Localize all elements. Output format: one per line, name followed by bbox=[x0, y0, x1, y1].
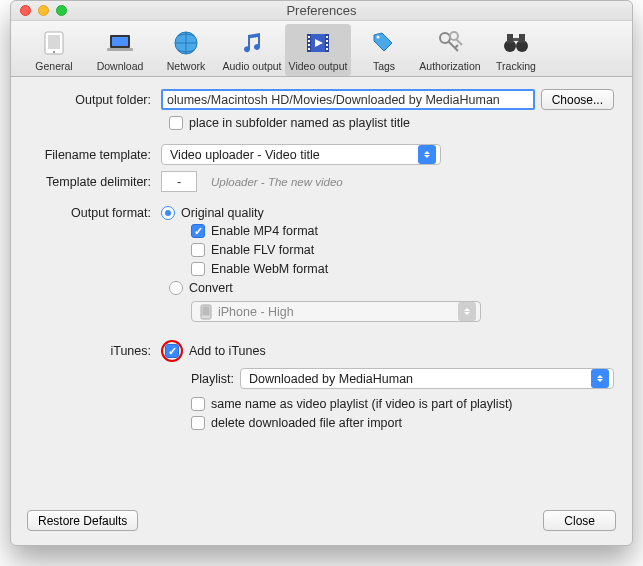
svg-rect-5 bbox=[107, 48, 133, 51]
svg-rect-1 bbox=[48, 35, 60, 49]
footer: Restore Defaults Close bbox=[11, 500, 632, 545]
binoculars-icon bbox=[500, 27, 532, 59]
original-quality-label: Original quality bbox=[181, 206, 264, 220]
playlist-label: Playlist: bbox=[191, 372, 234, 386]
itunes-label: iTunes: bbox=[21, 344, 161, 358]
select-value: Downloaded by MediaHuman bbox=[249, 372, 413, 386]
tab-label: Authorization bbox=[419, 60, 480, 72]
chevron-updown-icon bbox=[458, 302, 476, 321]
svg-rect-13 bbox=[308, 48, 310, 50]
output-folder-label: Output folder: bbox=[21, 93, 161, 107]
keys-icon bbox=[434, 27, 466, 59]
film-icon bbox=[302, 27, 334, 59]
same-name-checkbox[interactable] bbox=[191, 397, 205, 411]
tab-video-output[interactable]: Video output bbox=[285, 24, 351, 76]
enable-flv-label: Enable FLV format bbox=[211, 243, 314, 257]
tab-general[interactable]: General bbox=[21, 24, 87, 76]
music-note-icon bbox=[236, 27, 268, 59]
tab-label: Network bbox=[167, 60, 206, 72]
svg-rect-27 bbox=[203, 306, 210, 315]
svg-rect-16 bbox=[326, 44, 328, 46]
highlight-circle bbox=[161, 340, 183, 362]
enable-mp4-checkbox[interactable] bbox=[191, 224, 205, 238]
chevron-updown-icon bbox=[591, 369, 609, 388]
enable-webm-label: Enable WebM format bbox=[211, 262, 328, 276]
output-format-label: Output format: bbox=[21, 206, 161, 220]
close-button[interactable]: Close bbox=[543, 510, 616, 531]
toolbar: General Download Network Audio output Vi… bbox=[11, 21, 632, 77]
preferences-window: Preferences General Download Network Aud… bbox=[10, 0, 633, 546]
tab-label: Video output bbox=[289, 60, 348, 72]
filename-template-label: Filename template: bbox=[21, 148, 161, 162]
svg-rect-15 bbox=[326, 40, 328, 42]
output-folder-input[interactable] bbox=[161, 89, 535, 110]
svg-rect-11 bbox=[308, 40, 310, 42]
svg-rect-23 bbox=[507, 34, 513, 43]
svg-rect-10 bbox=[308, 36, 310, 38]
laptop-icon bbox=[104, 27, 136, 59]
select-value: iPhone - High bbox=[218, 305, 294, 319]
titlebar: Preferences bbox=[11, 1, 632, 21]
svg-rect-4 bbox=[112, 37, 128, 46]
svg-rect-14 bbox=[326, 36, 328, 38]
tag-icon bbox=[368, 27, 400, 59]
select-value: Video uploader - Video title bbox=[170, 148, 320, 162]
convert-preset-select[interactable]: iPhone - High bbox=[191, 301, 481, 322]
enable-mp4-label: Enable MP4 format bbox=[211, 224, 318, 238]
convert-label: Convert bbox=[189, 281, 233, 295]
chevron-updown-icon bbox=[418, 145, 436, 164]
place-in-subfolder-checkbox[interactable] bbox=[169, 116, 183, 130]
svg-point-2 bbox=[53, 51, 55, 53]
svg-point-18 bbox=[377, 36, 380, 39]
place-in-subfolder-label: place in subfolder named as playlist tit… bbox=[189, 116, 410, 130]
template-hint: Uploader - The new video bbox=[211, 176, 343, 188]
svg-rect-25 bbox=[513, 38, 519, 41]
phone-icon bbox=[200, 304, 212, 320]
window-title: Preferences bbox=[11, 3, 632, 18]
filename-template-select[interactable]: Video uploader - Video title bbox=[161, 144, 441, 165]
tab-tags[interactable]: Tags bbox=[351, 24, 417, 76]
tab-audio-output[interactable]: Audio output bbox=[219, 24, 285, 76]
delete-file-label: delete downloaded file after import bbox=[211, 416, 402, 430]
tab-label: Download bbox=[97, 60, 144, 72]
playlist-select[interactable]: Downloaded by MediaHuman bbox=[240, 368, 614, 389]
convert-radio[interactable] bbox=[169, 281, 183, 295]
svg-rect-24 bbox=[519, 34, 525, 43]
tab-download[interactable]: Download bbox=[87, 24, 153, 76]
delete-file-checkbox[interactable] bbox=[191, 416, 205, 430]
svg-rect-12 bbox=[308, 44, 310, 46]
device-icon bbox=[38, 27, 70, 59]
choose-button[interactable]: Choose... bbox=[541, 89, 614, 110]
tab-label: Tracking bbox=[496, 60, 536, 72]
tab-authorization[interactable]: Authorization bbox=[417, 24, 483, 76]
template-delimiter-label: Template delimiter: bbox=[21, 175, 161, 189]
tab-label: General bbox=[35, 60, 72, 72]
add-to-itunes-label: Add to iTunes bbox=[189, 344, 266, 358]
restore-defaults-button[interactable]: Restore Defaults bbox=[27, 510, 138, 531]
globe-icon bbox=[170, 27, 202, 59]
template-delimiter-input[interactable] bbox=[161, 171, 197, 192]
tab-label: Tags bbox=[373, 60, 395, 72]
original-quality-radio[interactable] bbox=[161, 206, 175, 220]
enable-webm-checkbox[interactable] bbox=[191, 262, 205, 276]
add-to-itunes-checkbox[interactable] bbox=[165, 344, 179, 358]
tab-label: Audio output bbox=[223, 60, 282, 72]
svg-rect-17 bbox=[326, 48, 328, 50]
content: Output folder: Choose... place in subfol… bbox=[11, 77, 632, 443]
tab-network[interactable]: Network bbox=[153, 24, 219, 76]
same-name-label: same name as video playlist (if video is… bbox=[211, 397, 513, 411]
tab-tracking[interactable]: Tracking bbox=[483, 24, 549, 76]
enable-flv-checkbox[interactable] bbox=[191, 243, 205, 257]
